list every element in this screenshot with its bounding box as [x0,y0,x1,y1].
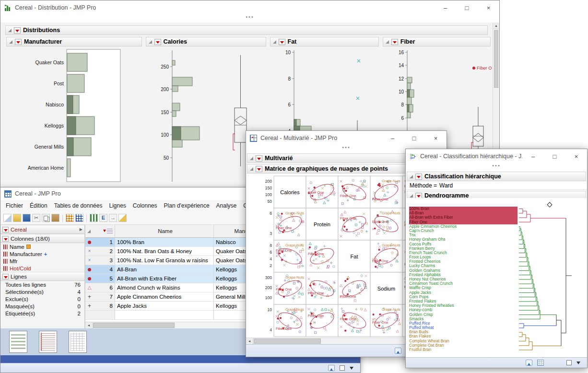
disclosure-icon[interactable] [250,157,253,160]
menu--dition[interactable]: Édition [26,201,51,210]
report-thumbnail[interactable] [39,331,57,353]
red-triangle-menu-icon[interactable] [154,39,161,45]
column-item-manufacturer[interactable]: Manufacturer+ [0,250,84,257]
dendrogram-leaf[interactable]: Lucky Charms [409,264,517,268]
dendrogram-leaf[interactable]: French Toast Crunch [409,251,517,255]
menu-plan-d-exp-rience[interactable]: Plan d'expérience [161,201,213,210]
dendrogram-leaf[interactable]: 100% Bran [409,207,517,211]
column-item-mfr[interactable]: Mfr [0,257,84,265]
minimize-button[interactable]: – [522,149,544,163]
dendrogram-leaf[interactable]: Cinnamon Toast Crunch [409,281,517,286]
dendrogram-leaf[interactable]: All-Bran [409,211,517,215]
chart-green-icon[interactable] [90,214,98,222]
row-filter-icon[interactable] [107,229,113,233]
red-triangle-menu-icon[interactable] [279,39,285,45]
rows-panel-header[interactable]: Lignes [0,272,84,281]
titlebar-distribution[interactable]: Cereal - Distribution - JMP Pro – □ × [0,0,499,15]
manufacturer-node-header[interactable]: Manufacturer [6,37,142,47]
dendrogram-leaf[interactable]: Complete Oat Bran [409,343,517,348]
row-header[interactable]: +8 [85,302,115,311]
dendrogram-leaf[interactable]: Golden Crisp [409,313,517,317]
dendrogram-leaf[interactable]: Apple Cinnamon Cheerios [409,224,517,229]
scroll-left-arrow-icon[interactable]: ◄ [246,338,253,344]
disclosure-icon[interactable] [9,40,12,44]
scroll-left-arrow-icon[interactable]: ◄ [85,322,93,328]
menu-tables-de-donn-es[interactable]: Tables de données [51,201,106,210]
row-stat[interactable]: Masquée(s)0 [0,303,84,310]
dendrogram-leaf[interactable]: Franken Berry [409,246,517,251]
red-triangle-menu-icon[interactable] [2,274,9,280]
dendrogram-leaf[interactable]: Waffle Crisp [409,286,517,290]
row-header[interactable]: +7 [85,292,115,302]
disclosure-icon[interactable] [8,29,12,32]
red-triangle-menu-icon[interactable] [15,39,22,45]
table-orange-icon[interactable] [66,214,74,222]
collapse-panel-icon[interactable] [526,360,532,366]
maximize-button[interactable]: □ [456,0,478,15]
cell-name[interactable]: Apple Cinnamon Cheerios [115,292,214,302]
fat-node-header[interactable]: Fat [270,37,379,47]
menu-colonnes[interactable]: Colonnes [129,201,161,210]
row-header[interactable]: 4 [85,265,115,274]
dendrogram-leaf[interactable]: Puffed Wheat [409,326,517,330]
dendrogram-leaf[interactable]: Fiber One [409,220,517,224]
cell-name[interactable]: All-Bran with Extra Fiber [115,274,214,283]
distributions-node-header[interactable]: Distributions [5,25,488,35]
minimize-button[interactable]: – [435,0,456,15]
dendrogram-leaf[interactable]: Honey Nut Cheerios [409,277,517,281]
dendrogram-leaf[interactable]: All-Bran with Extra Fiber [409,215,517,220]
red-triangle-menu-icon[interactable] [256,166,262,172]
report-thumbnail[interactable] [69,331,87,353]
red-triangle-menu-icon[interactable] [2,236,9,242]
arrow-icon[interactable] [109,214,117,222]
excel-icon[interactable] [99,214,107,222]
dendrogram-leaf[interactable]: Complete Wheat Bran [409,339,517,343]
red-triangle-menu-icon[interactable] [415,174,422,180]
titlebar-multivariate[interactable]: Cereal - Multivarié - JMP Pro – □ × [246,131,447,145]
paste-icon[interactable] [51,214,59,222]
minimize-button[interactable]: – [382,131,403,145]
cell-name[interactable]: Almond Crunch w Raisins [115,283,214,292]
column-item-hot-cold[interactable]: Hot/Cold [0,265,84,272]
status-dropdown-icon[interactable] [576,361,580,366]
dendrogram-leaf[interactable]: Honey Graham Ohs [409,237,517,242]
disclosure-icon[interactable] [410,175,413,178]
save-icon[interactable] [23,214,31,222]
row-stat[interactable]: Étiquetée(s)2 [0,310,84,317]
dendrogram-leaf[interactable]: Corn Pops [409,295,517,299]
row-stat[interactable]: Exclue(s)0 [0,295,84,303]
cut-icon[interactable] [32,214,40,222]
status-checkbox[interactable] [566,360,572,365]
row-header[interactable]: ×3 [85,256,115,265]
collapse-panel-icon[interactable] [395,348,401,354]
maximize-button[interactable]: □ [544,149,565,163]
manufacturer-bar-chart[interactable]: Quaker OatsPostNabiscoKelloggsGeneral Mi… [6,48,143,185]
column-item-name[interactable]: Name [0,243,84,250]
cell-name[interactable]: 100% Nat. Low Fat Granola w raisins [115,256,214,265]
menu-lignes[interactable]: Lignes [106,201,129,210]
dendrogram-leaf[interactable]: Smacks [409,317,517,321]
dendrogram-leaf[interactable]: Froot Loops [409,255,517,259]
dendrogram-leaf[interactable]: Frosted Cheerios [409,259,517,264]
disclosure-icon[interactable] [273,40,276,44]
cell-name[interactable]: All-Bran [115,265,214,274]
red-triangle-menu-icon[interactable] [2,227,9,233]
cell-name[interactable]: 100% Nat. Bran Oats & Honey [115,247,214,256]
disclosure-icon[interactable] [386,40,389,44]
open-icon[interactable] [13,214,21,222]
scrollbar-thumb[interactable] [93,323,175,328]
dendrogram-leaf[interactable]: Apple Jacks [409,291,517,295]
red-triangle-menu-icon[interactable] [256,155,262,162]
dendrogram-leaf[interactable]: Bran Flakes [409,334,517,338]
row-header[interactable]: ×2 [85,247,115,256]
red-triangle-menu-icon[interactable] [391,39,398,45]
grid-corner-header[interactable] [85,225,115,238]
new-journal-icon[interactable] [3,214,12,222]
scrollbar-thumb[interactable] [254,338,321,344]
table-panel-header[interactable]: Cereal ▶ [0,225,84,234]
row-header[interactable]: 5 [85,274,115,283]
close-button[interactable]: × [425,131,447,145]
dendrogram-leaf[interactable]: Frosted Flakes [409,299,517,303]
dendrogram-leaf[interactable]: Cocoa Puffs [409,242,517,246]
dendrogram-leaf[interactable]: Honey Frosted Wheaties [409,303,517,308]
